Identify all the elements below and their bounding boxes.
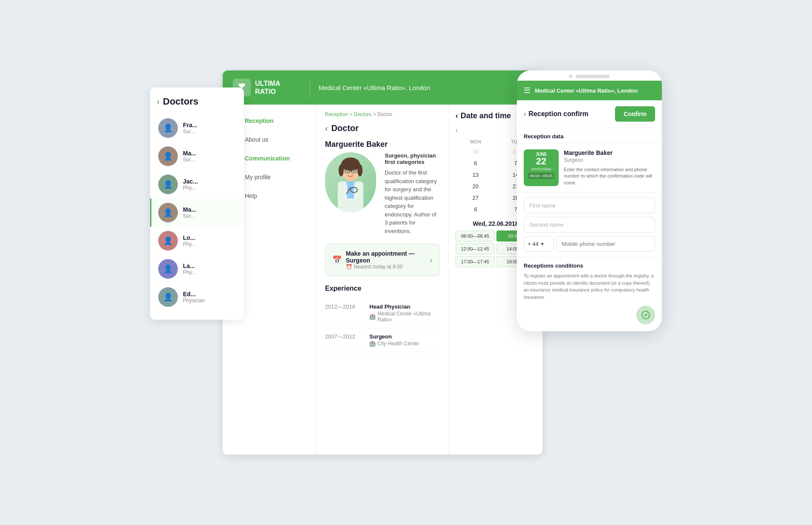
header-divider bbox=[310, 79, 310, 96]
avatar: 👤 bbox=[158, 203, 178, 222]
badge-weekday: Wednesday bbox=[528, 167, 554, 171]
appointment-title: Make an appointment — Surgeon bbox=[346, 250, 430, 264]
conditions-title: Receptions conditions bbox=[524, 262, 655, 269]
calendar-day[interactable]: 13 bbox=[455, 169, 496, 181]
time-slot[interactable]: 17:00—17:45 bbox=[455, 256, 495, 267]
hamburger-icon[interactable]: ☰ bbox=[524, 86, 531, 95]
doctor-spec-small: Sur... bbox=[183, 128, 197, 134]
app-body: Reception About us bbox=[223, 105, 542, 455]
logo-text: ULTIMA RATIO bbox=[255, 79, 280, 96]
content-area: Reception > Doctors > Doctor ‹ Doctor Ma… bbox=[316, 105, 542, 455]
appointment-card: JUNE 22 Wednesday 09:00—09:45 Marguerite… bbox=[517, 143, 662, 192]
appt-note: Enter the contact information and phone … bbox=[564, 166, 655, 186]
phone-input[interactable] bbox=[556, 236, 655, 252]
sidebar-item-label: Help bbox=[245, 192, 257, 199]
building-icon: 🏥 bbox=[369, 341, 376, 347]
reception-data-title: Reception data bbox=[517, 128, 662, 143]
list-item[interactable]: 👤 Ed... Physician bbox=[150, 283, 244, 311]
day-header: MON bbox=[455, 137, 496, 146]
appointment-banner[interactable]: 📅 Make an appointment — Surgeon ⏰ Neares… bbox=[325, 244, 440, 276]
fab-button[interactable] bbox=[636, 306, 655, 324]
time-slot[interactable]: 08:00—08:45 bbox=[455, 230, 495, 242]
list-item[interactable]: 👤 Fra... Sur... bbox=[150, 114, 244, 142]
doctor-name-small: Ma... bbox=[183, 150, 196, 157]
app-header: ULTIMA RATIO Medical Center «Ultima Rati… bbox=[223, 70, 542, 105]
calendar-day[interactable]: 30 bbox=[455, 146, 496, 158]
calendar-icon: 📅 bbox=[332, 255, 342, 265]
reception-title: ‹ Reception confirm bbox=[524, 110, 589, 118]
second-name-input[interactable] bbox=[524, 217, 655, 233]
conditions-text: To register an appointment with a doctor… bbox=[524, 272, 655, 300]
doctor-description: Doctor of the first qualification catego… bbox=[385, 169, 440, 235]
doctor-name-small: Lo... bbox=[183, 234, 196, 241]
notch-bar bbox=[517, 70, 662, 81]
building-icon: 🏥 bbox=[369, 314, 376, 320]
exp-place: 🏥 Medical Center «Ultima Ratio» bbox=[369, 311, 440, 323]
doctor-name-small: Ma... bbox=[183, 206, 196, 213]
exp-role: Surgeon bbox=[369, 333, 419, 340]
breadcrumb: Reception > Doctors > Doctor bbox=[325, 111, 440, 117]
time-slot[interactable]: 12:00—12:45 bbox=[455, 243, 495, 254]
doctor-photo bbox=[325, 152, 376, 212]
doctors-list-heading: Doctors bbox=[163, 96, 198, 107]
calendar-day[interactable]: 27 bbox=[455, 192, 496, 204]
form-section: + 44 ▼ bbox=[517, 192, 662, 257]
doctor-specialty: Surgeon, physician first categories bbox=[385, 152, 440, 165]
svg-point-24 bbox=[354, 170, 355, 172]
mobile-panel: ☰ Medical Center «Ultima Ratio», London … bbox=[517, 70, 662, 331]
exp-years: 2007—2012 bbox=[325, 333, 359, 347]
svg-point-15 bbox=[357, 164, 362, 176]
back-arrow-icon[interactable]: ‹ bbox=[325, 123, 328, 133]
calendar-day[interactable]: 20 bbox=[455, 181, 496, 192]
avatar: 👤 bbox=[158, 231, 178, 251]
prev-month-arrow[interactable]: ‹ bbox=[455, 126, 458, 134]
mobile-header-title: Medical Center «Ultima Ratio», London bbox=[535, 88, 638, 94]
doctor-spec-small: Phy... bbox=[183, 269, 196, 275]
main-window: ULTIMA RATIO Medical Center «Ultima Rati… bbox=[223, 70, 542, 455]
doctor-detail-pane: Reception > Doctors > Doctor ‹ Doctor Ma… bbox=[316, 105, 449, 455]
country-code-selector[interactable]: + 44 ▼ bbox=[524, 236, 554, 252]
badge-day: 22 bbox=[528, 157, 554, 166]
mobile-content: ‹ Reception confirm Confirm Reception da… bbox=[517, 100, 662, 306]
list-item[interactable]: 👤 La... Phy... bbox=[150, 255, 244, 283]
doctor-spec-small: Sur... bbox=[183, 213, 196, 219]
sidebar-item-label: Reception bbox=[245, 117, 274, 124]
sidebar-item-label: My profile bbox=[245, 174, 271, 181]
sidebar-item-label: Communication bbox=[245, 155, 290, 162]
calendar-day[interactable]: 6 bbox=[455, 158, 496, 169]
calendar-day[interactable]: 6 bbox=[455, 204, 496, 215]
doctor-spec-small: Phy... bbox=[183, 241, 196, 247]
list-item[interactable]: 👤 Lo... Phy... bbox=[150, 227, 244, 255]
doctors-list-panel: ‹ Doctors 👤 Fra... Sur... 👤 Ma... Sur...… bbox=[150, 88, 244, 320]
svg-point-13 bbox=[341, 158, 360, 171]
doctor-full-name: Marguerite Baker bbox=[325, 140, 440, 149]
doctor-profile: Surgeon, physician first categories Doct… bbox=[325, 152, 440, 235]
conditions-section: Receptions conditions To register an app… bbox=[517, 257, 662, 306]
svg-point-23 bbox=[347, 170, 348, 172]
experience-item: 2007—2012 Surgeon 🏥 City Health Center bbox=[325, 328, 440, 352]
header-location: Medical Center «Ultima Ratio», London bbox=[319, 84, 430, 91]
exp-years: 2012—2018 bbox=[325, 303, 359, 323]
doctor-name-small: Ed... bbox=[183, 291, 205, 298]
back-arrow-icon[interactable]: ‹ bbox=[524, 110, 526, 118]
doctor-name-small: Jac... bbox=[183, 178, 198, 185]
appt-doctor-name: Marguerite Baker bbox=[564, 149, 655, 156]
badge-time: 09:00—09:45 bbox=[528, 173, 554, 179]
notch-pill bbox=[576, 75, 610, 78]
confirm-button[interactable]: Confirm bbox=[615, 106, 655, 122]
avatar: 👤 bbox=[158, 287, 178, 307]
list-item[interactable]: 👤 Ma... Sur... bbox=[150, 198, 244, 227]
avatar: 👤 bbox=[158, 118, 178, 138]
avatar: 👤 bbox=[158, 175, 178, 194]
reception-header: ‹ Reception confirm Confirm bbox=[517, 100, 662, 128]
date-badge: JUNE 22 Wednesday 09:00—09:45 bbox=[524, 149, 559, 186]
doctor-pane-title: ‹ Doctor bbox=[325, 123, 440, 133]
back-arrow-icon[interactable]: ‹ bbox=[157, 97, 160, 106]
appointment-subtitle: ⏰ Nearest today at 8:00 bbox=[346, 264, 430, 270]
experience-title: Experience bbox=[325, 285, 440, 292]
list-item[interactable]: 👤 Ma... Sur... bbox=[150, 142, 244, 170]
first-name-input[interactable] bbox=[524, 198, 655, 213]
chevron-down-icon: ▼ bbox=[540, 242, 545, 246]
list-item[interactable]: 👤 Jac... Phy... bbox=[150, 170, 244, 198]
back-arrow-icon[interactable]: ‹ bbox=[455, 111, 458, 120]
